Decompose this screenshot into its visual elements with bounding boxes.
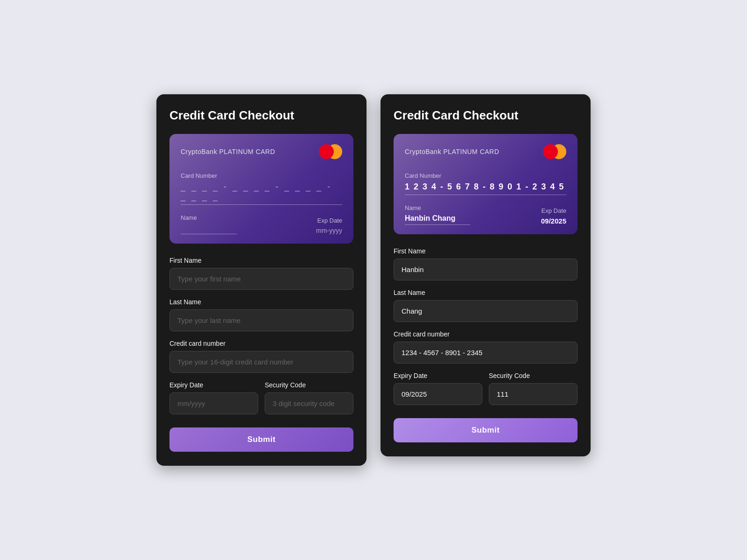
left-card-number-label: Card Number (181, 172, 342, 179)
left-card-name-section: Name (181, 214, 237, 234)
left-security-label: Security Code (265, 381, 353, 389)
left-card-bank-name: CryptoBank PLATINUM CARD (181, 148, 275, 155)
left-first-name-label: First Name (169, 257, 353, 264)
right-card-number-label: Card Number (405, 172, 566, 179)
left-submit-button[interactable]: Submit (169, 427, 353, 452)
left-panel: Credit Card Checkout CryptoBank PLATINUM… (156, 94, 366, 466)
mc-red-circle (319, 144, 334, 159)
left-card-name-label: Name (181, 214, 237, 221)
right-card-expiry-label: Exp Date (541, 207, 566, 214)
right-first-name-input[interactable] (394, 259, 578, 280)
right-last-name-label: Last Name (394, 289, 578, 296)
right-card-name-section: Name Hanbin Chang (405, 204, 470, 225)
left-card-expiry-value: mm-yyyy (316, 227, 342, 234)
right-form-row: Expiry Date Security Code (394, 372, 578, 413)
left-expiry-input[interactable] (169, 392, 258, 414)
page-wrapper: Credit Card Checkout CryptoBank PLATINUM… (156, 94, 591, 466)
right-expiry-group: Expiry Date (394, 372, 482, 405)
left-expiry-label: Expiry Date (169, 381, 258, 389)
right-card-number-section: Card Number 1 2 3 4 - 5 6 7 8 - 8 9 0 1 … (405, 172, 566, 195)
right-last-name-group: Last Name (394, 289, 578, 322)
left-security-input[interactable] (265, 392, 353, 414)
left-expiry-group: Expiry Date (169, 381, 258, 414)
left-first-name-input[interactable] (169, 268, 353, 290)
right-security-group: Security Code (489, 372, 578, 405)
right-card-expiry-value: 09/2025 (541, 217, 566, 225)
left-credit-card: CryptoBank PLATINUM CARD Card Number _ _… (169, 134, 353, 244)
left-last-name-input[interactable] (169, 309, 353, 331)
right-card-number-display: 1 2 3 4 - 5 6 7 8 - 8 9 0 1 - 2 3 4 5 (405, 182, 566, 195)
right-card-number-form-label: Credit card number (394, 330, 578, 338)
right-card-number-group: Credit card number (394, 330, 578, 364)
left-card-number-form-label: Credit card number (169, 340, 353, 347)
right-card-name-label: Name (405, 204, 470, 211)
right-first-name-group: First Name (394, 247, 578, 280)
left-card-expiry-section: Exp Date mm-yyyy (316, 217, 342, 234)
right-first-name-label: First Name (394, 247, 578, 255)
left-panel-title: Credit Card Checkout (169, 108, 353, 123)
left-card-number-input[interactable] (169, 351, 353, 373)
left-card-number-section: Card Number _ _ _ _ - _ _ _ _ - _ _ _ _ … (181, 172, 342, 205)
right-expiry-label: Expiry Date (394, 372, 482, 379)
left-card-expiry-label: Exp Date (316, 217, 342, 224)
right-card-bank-name: CryptoBank PLATINUM CARD (405, 148, 499, 155)
left-last-name-label: Last Name (169, 298, 353, 306)
right-mastercard-icon (543, 144, 566, 159)
left-card-name-value (181, 224, 237, 234)
right-card-number-input[interactable] (394, 342, 578, 364)
right-last-name-input[interactable] (394, 300, 578, 322)
left-last-name-group: Last Name (169, 298, 353, 331)
right-expiry-input[interactable] (394, 383, 482, 405)
right-security-input[interactable] (489, 383, 578, 405)
right-submit-button[interactable]: Submit (394, 418, 578, 442)
left-first-name-group: First Name (169, 257, 353, 290)
right-panel: Credit Card Checkout CryptoBank PLATINUM… (381, 94, 591, 456)
right-panel-title: Credit Card Checkout (394, 108, 578, 123)
left-form-row: Expiry Date Security Code (169, 381, 353, 423)
left-security-group: Security Code (265, 381, 353, 414)
right-card-name-value: Hanbin Chang (405, 214, 470, 225)
left-card-number-group: Credit card number (169, 340, 353, 373)
right-security-label: Security Code (489, 372, 578, 379)
right-mc-red-circle (543, 144, 558, 159)
right-card-expiry-section: Exp Date 09/2025 (541, 207, 566, 225)
left-card-bottom: Name Exp Date mm-yyyy (181, 214, 342, 234)
left-mastercard-icon (319, 144, 342, 159)
left-card-number-display: _ _ _ _ - _ _ _ _ - _ _ _ _ - _ _ _ _ (181, 182, 342, 205)
right-credit-card: CryptoBank PLATINUM CARD Card Number 1 2… (394, 134, 578, 234)
right-card-bottom: Name Hanbin Chang Exp Date 09/2025 (405, 204, 566, 225)
